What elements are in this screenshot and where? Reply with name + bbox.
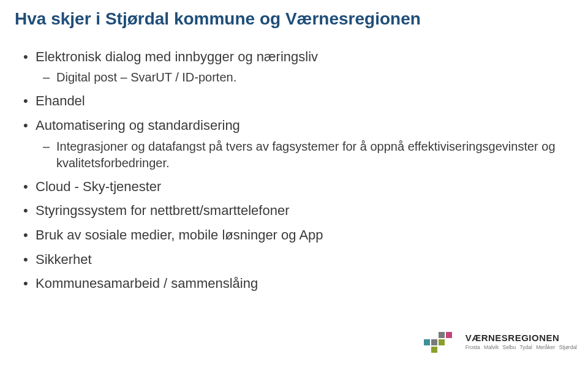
bullet-item: Styringssystem for nettbrett/smarttelefo… [23, 201, 573, 220]
bullet-text: Ehandel [36, 93, 85, 108]
sub-bullet-item: Integrasjoner og datafangst på tvers av … [43, 138, 573, 171]
bullet-text: Bruk av sosiale medier, mobile løsninger… [36, 227, 323, 243]
bullet-item: Elektronisk dialog med innbygger og næri… [23, 48, 573, 86]
slide-content: Elektronisk dialog med innbygger og næri… [15, 48, 573, 293]
sub-bullet-list: Integrasjoner og datafangst på tvers av … [43, 138, 573, 171]
bullet-item: Sikkerhet [23, 250, 573, 269]
logo-title: VÆRNESREGIONEN [466, 333, 577, 343]
svg-rect-5 [431, 347, 437, 353]
sub-bullet-item: Digital post – SvarUT / ID-porten. [43, 69, 573, 86]
bullet-item: Bruk av sosiale medier, mobile løsninger… [23, 226, 573, 244]
footer-logo: VÆRNESREGIONEN Frosta Malvik Selbu Tydal… [423, 326, 577, 356]
bullet-list: Elektronisk dialog med innbygger og næri… [23, 48, 573, 293]
logo-subtitle: Frosta Malvik Selbu Tydal Meråker Stjørd… [466, 344, 577, 350]
svg-rect-2 [439, 339, 445, 345]
slide-title: Hva skjer i Stjørdal kommune og Værnesre… [15, 9, 573, 29]
bullet-item: Ehandel [23, 92, 573, 110]
svg-rect-4 [446, 332, 452, 338]
bullet-text: Kommunesamarbeid / sammenslåing [36, 276, 258, 291]
bullet-text: Automatisering og standardisering [36, 118, 240, 133]
vaernesregionen-logo-icon [423, 326, 459, 356]
slide: Hva skjer i Stjørdal kommune og Værnesre… [0, 0, 588, 293]
bullet-item: Cloud - Sky-tjenester [23, 178, 573, 196]
bullet-text: Elektronisk dialog med innbygger og næri… [36, 49, 318, 64]
bullet-item: Automatisering og standardiseringIntegra… [23, 116, 573, 171]
bullet-text: Styringssystem for nettbrett/smarttelefo… [36, 203, 290, 218]
bullet-item: Kommunesamarbeid / sammenslåing [23, 274, 573, 293]
svg-rect-3 [439, 332, 445, 338]
bullet-text: Cloud - Sky-tjenester [36, 179, 161, 194]
bullet-text: Sikkerhet [36, 252, 92, 267]
sub-bullet-list: Digital post – SvarUT / ID-porten. [43, 69, 573, 86]
svg-rect-1 [431, 339, 437, 345]
svg-rect-0 [424, 339, 430, 345]
logo-text-block: VÆRNESREGIONEN Frosta Malvik Selbu Tydal… [466, 333, 577, 350]
